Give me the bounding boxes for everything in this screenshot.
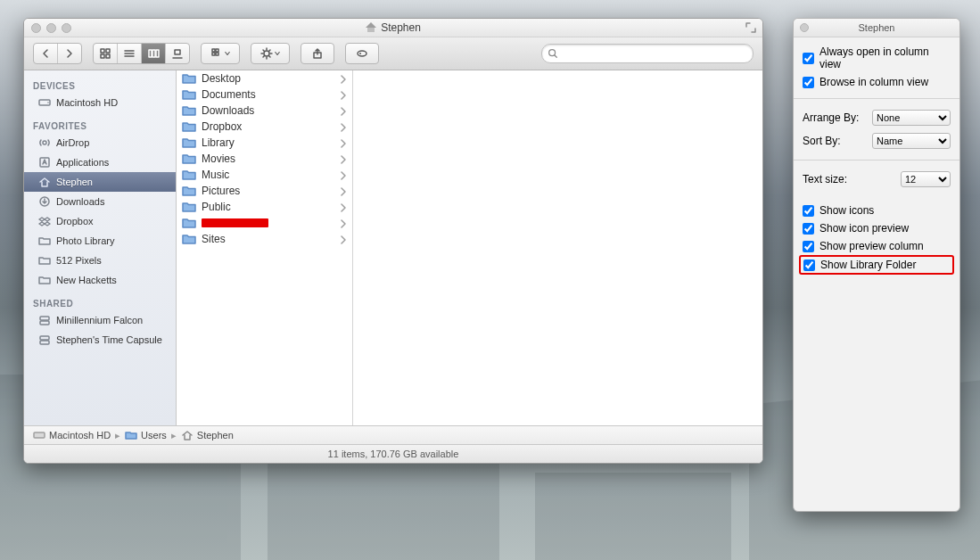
view-option-check[interactable]: Show icons (803, 203, 951, 218)
view-option-check[interactable]: Show icon preview (803, 221, 951, 235)
check-label: Show Library Folder (820, 259, 916, 271)
folder-icon (38, 235, 51, 247)
sidebar-item-minillennium-falcon[interactable]: Minillennium Falcon (24, 310, 176, 330)
checkbox[interactable] (803, 241, 814, 252)
folder-label: Downloads (202, 104, 254, 117)
folder-label: Library (202, 136, 235, 149)
inspector-title: Stephen (794, 22, 959, 33)
path-item[interactable]: Stephen (181, 430, 234, 441)
folder-item[interactable]: Pictures (177, 183, 352, 199)
sidebar-heading: SHARED (24, 297, 176, 310)
svg-point-15 (359, 53, 361, 54)
column-2[interactable] (353, 70, 762, 425)
folder-item[interactable]: Public (177, 199, 352, 215)
list-view-button[interactable] (118, 44, 142, 63)
icon-view-button[interactable] (94, 44, 118, 63)
path-item[interactable]: Macintosh HD (33, 430, 111, 441)
checkbox[interactable] (803, 77, 814, 88)
svg-point-19 (43, 141, 46, 144)
fullscreen-button[interactable] (745, 21, 757, 34)
folder-item[interactable]: Desktop (177, 70, 352, 86)
view-option-check[interactable]: Browse in column view (803, 75, 951, 89)
chevron-right-icon (340, 235, 347, 247)
folder-icon (182, 233, 196, 245)
column-view-button[interactable] (142, 44, 166, 63)
sidebar-item-label: Minillennium Falcon (56, 315, 143, 325)
minimize-button[interactable] (46, 23, 56, 33)
view-options-panel: Stephen Always open in column viewBrowse… (793, 18, 960, 512)
forward-button[interactable] (58, 44, 81, 63)
chevron-right-icon (340, 218, 347, 231)
sidebar-item-airdrop[interactable]: AirDrop (24, 133, 176, 152)
folder-item[interactable]: Dropbox (177, 119, 352, 135)
chevron-right-icon (340, 154, 347, 167)
search-input[interactable] (558, 47, 747, 60)
sidebar-item-stephens-time-capsule[interactable]: Stephen's Time Capsule (24, 330, 176, 350)
folder-item[interactable]: Downloads (177, 103, 352, 119)
folder-icon (182, 201, 196, 213)
svg-point-14 (358, 51, 366, 56)
folder-label: Pictures (202, 185, 240, 197)
sidebar[interactable]: DEVICESMacintosh HDFAVORITESAirDropAppli… (24, 70, 177, 425)
folder-item[interactable]: Music (177, 167, 352, 183)
status-bar: 11 items, 170.76 GB available (24, 445, 762, 463)
sidebar-item-stephen[interactable]: Stephen (24, 172, 176, 192)
svg-rect-7 (175, 50, 180, 54)
inspector-row: Arrange By:None (803, 108, 951, 128)
folder-label: Music (202, 169, 229, 181)
airdrop-icon (38, 136, 51, 149)
folder-item[interactable]: Movies (177, 151, 352, 167)
nav-group (33, 43, 82, 64)
svg-rect-9 (216, 49, 218, 52)
tags-button[interactable] (345, 43, 379, 64)
path-item[interactable]: Users (125, 430, 167, 441)
finder-window: Stephen (23, 18, 763, 464)
folder-item[interactable]: Library (177, 135, 352, 151)
close-button[interactable] (31, 23, 41, 33)
inspector-row: Sort By:Name (803, 131, 951, 151)
checkbox[interactable] (803, 53, 814, 64)
sidebar-item-applications[interactable]: Applications (24, 152, 176, 172)
chevron-right-icon (340, 202, 347, 215)
back-button[interactable] (34, 44, 58, 63)
checkbox[interactable] (803, 205, 814, 217)
sidebar-item-downloads[interactable]: Downloads (24, 192, 176, 211)
folder-item[interactable] (177, 215, 352, 231)
svg-rect-23 (40, 321, 49, 325)
sidebar-item-macintosh-hd[interactable]: Macintosh HD (24, 93, 176, 112)
share-button[interactable] (301, 43, 334, 64)
svg-rect-1 (106, 49, 110, 53)
chevron-right-icon (340, 186, 347, 199)
folder-item[interactable]: Sites (177, 231, 352, 247)
checkbox[interactable] (803, 259, 815, 271)
coverflow-view-button[interactable] (166, 44, 189, 63)
column-1[interactable]: DesktopDocumentsDownloadsDropboxLibraryM… (177, 70, 353, 425)
row-select[interactable]: None (872, 110, 951, 126)
sidebar-item-photo-library[interactable]: Photo Library (24, 231, 176, 251)
row-select[interactable]: Name (872, 133, 951, 149)
view-option-check[interactable]: Show preview column (803, 239, 951, 253)
arrange-button[interactable] (201, 43, 240, 64)
folder-label: Documents (202, 88, 256, 101)
search-field[interactable] (541, 44, 754, 63)
sidebar-item-new-hacketts[interactable]: New Hacketts (24, 270, 176, 290)
sidebar-item-label: Photo Library (56, 235, 114, 246)
text-size-select[interactable]: 12 (901, 171, 951, 187)
chevron-right-icon: ▸ (171, 430, 177, 441)
path-bar[interactable]: Macintosh HD▸Users▸Stephen (24, 426, 762, 445)
sidebar-item-dropbox[interactable]: Dropbox (24, 211, 176, 231)
sidebar-item-label: Stephen (56, 177, 93, 187)
zoom-button[interactable] (62, 23, 71, 33)
svg-rect-11 (216, 53, 218, 55)
folder-item[interactable]: Documents (177, 86, 352, 103)
folder-label: Public (202, 201, 231, 213)
checkbox[interactable] (803, 223, 814, 235)
text-size-row: Text size:12 (803, 169, 951, 189)
folder-label (202, 218, 268, 227)
view-option-check[interactable]: Show Library Folder (803, 258, 916, 272)
svg-rect-10 (212, 53, 215, 55)
view-option-check[interactable]: Always open in column view (803, 45, 951, 71)
action-button[interactable] (251, 43, 290, 64)
sidebar-item-512-pixels[interactable]: 512 Pixels (24, 251, 176, 270)
window-titlebar: Stephen (24, 19, 762, 37)
